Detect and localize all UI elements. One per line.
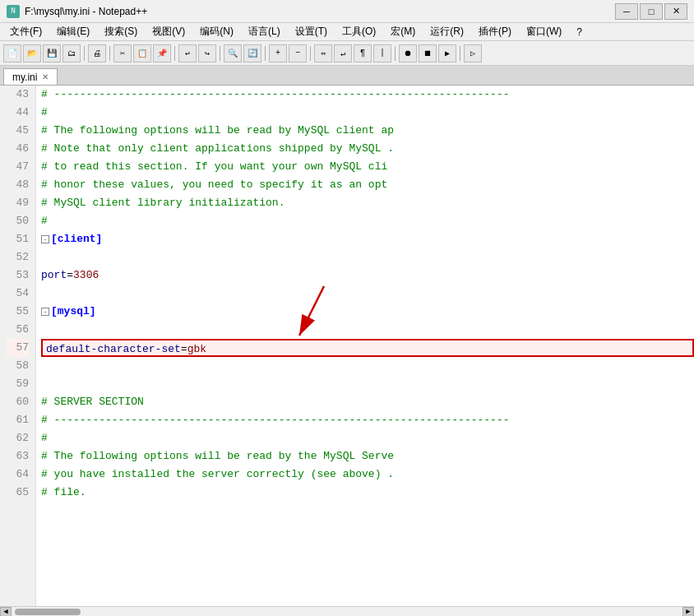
menu-tools[interactable]: 工具(O): [335, 23, 382, 40]
maximize-button[interactable]: □: [640, 3, 663, 20]
toolbar-separator-4: [220, 46, 220, 61]
menu-edit[interactable]: 编辑(E): [50, 23, 96, 40]
code-line-55[interactable]: -[mysql]: [41, 303, 694, 321]
tab-close-button[interactable]: ✕: [42, 72, 49, 81]
line-number-65: 65: [7, 484, 29, 502]
app-icon: N: [7, 5, 20, 18]
scroll-right-button[interactable]: ▶: [682, 607, 694, 617]
code-line-63[interactable]: # The following options will be read by …: [41, 447, 694, 465]
toolbar-separator-5: [265, 46, 266, 61]
toolbar-separator-3: [174, 46, 175, 61]
open-button[interactable]: 📂: [23, 44, 41, 63]
window-controls: ─ □ ✕: [615, 3, 687, 20]
line-number-49: 49: [7, 194, 29, 212]
save-all-button[interactable]: 🗂: [62, 44, 81, 63]
line-number-61: 61: [7, 411, 29, 429]
run-button[interactable]: ▷: [464, 44, 482, 63]
code-line-61[interactable]: # --------------------------------------…: [41, 411, 694, 429]
save-button[interactable]: 💾: [43, 44, 61, 63]
macro-play-button[interactable]: ▶: [438, 44, 456, 63]
line-number-62: 62: [7, 429, 29, 447]
editor[interactable]: 4344454647484950515253545556575859606162…: [0, 86, 694, 616]
tab-bar: my.ini ✕: [0, 66, 694, 86]
menu-file[interactable]: 文件(F): [3, 23, 49, 40]
zoom-out-button[interactable]: −: [289, 44, 307, 63]
replace-button[interactable]: 🔄: [243, 44, 261, 63]
lines-container: 4344454647484950515253545556575859606162…: [0, 86, 694, 606]
menu-view[interactable]: 视图(V): [146, 23, 192, 40]
menu-help[interactable]: ?: [570, 25, 589, 39]
line-number-46: 46: [7, 140, 29, 158]
code-line-50[interactable]: #: [41, 212, 694, 230]
minimize-button[interactable]: ─: [615, 3, 638, 20]
fold-marker[interactable]: -: [41, 308, 49, 316]
scroll-thumb[interactable]: [15, 609, 81, 615]
tab-label: my.ini: [12, 72, 37, 83]
code-line-62[interactable]: #: [41, 429, 694, 447]
code-area[interactable]: # --------------------------------------…: [36, 86, 694, 606]
redo-button[interactable]: ↪: [198, 44, 216, 63]
toolbar-separator-6: [310, 46, 311, 61]
copy-button[interactable]: 📋: [133, 44, 151, 63]
fold-marker[interactable]: -: [41, 235, 49, 243]
macro-stop-button[interactable]: ⏹: [419, 44, 437, 63]
line-number-52: 52: [7, 248, 29, 266]
code-line-46[interactable]: # Note that only client applications shi…: [41, 140, 694, 158]
horizontal-scrollbar[interactable]: ◀ ▶: [0, 606, 694, 616]
code-line-59[interactable]: [41, 375, 694, 393]
macro-rec-button[interactable]: ⏺: [399, 44, 417, 63]
line-number-53: 53: [7, 266, 29, 285]
code-line-49[interactable]: # MySQL client library initialization.: [41, 194, 694, 212]
word-wrap-button[interactable]: ↵: [334, 44, 352, 63]
code-line-54[interactable]: [41, 285, 694, 303]
line-number-63: 63: [7, 447, 29, 465]
code-line-51[interactable]: -[client]: [41, 230, 694, 248]
line-number-56: 56: [7, 321, 29, 339]
menu-macro[interactable]: 宏(M): [384, 23, 422, 40]
cut-button[interactable]: ✂: [113, 44, 132, 63]
print-button[interactable]: 🖨: [88, 44, 106, 63]
menu-search[interactable]: 搜索(S): [98, 23, 144, 40]
tab-myini[interactable]: my.ini ✕: [3, 68, 58, 85]
menu-settings[interactable]: 设置(T): [289, 23, 334, 40]
sync-scroll-button[interactable]: ⇔: [314, 44, 332, 63]
code-line-48[interactable]: # honor these values, you need to specif…: [41, 176, 694, 194]
code-line-56[interactable]: [41, 321, 694, 339]
line-number-48: 48: [7, 176, 29, 194]
whitespace-button[interactable]: ¶: [354, 44, 372, 63]
code-line-44[interactable]: #: [41, 104, 694, 122]
code-line-57[interactable]: default-character-set=gbk: [41, 339, 694, 357]
title-bar: N F:\mysql\my.ini - Notepad++ ─ □ ✕: [0, 0, 694, 23]
menu-run[interactable]: 运行(R): [423, 23, 470, 40]
menu-language[interactable]: 语言(L): [242, 23, 287, 40]
find-button[interactable]: 🔍: [224, 44, 242, 63]
undo-button[interactable]: ↩: [178, 44, 197, 63]
menu-encoding[interactable]: 编码(N): [193, 23, 240, 40]
code-line-52[interactable]: [41, 248, 694, 266]
code-line-64[interactable]: # you have installed the server correctl…: [41, 465, 694, 484]
code-line-60[interactable]: # SERVER SECTION: [41, 393, 694, 411]
menu-plugins[interactable]: 插件(P): [472, 23, 518, 40]
close-button[interactable]: ✕: [664, 3, 687, 20]
code-line-43[interactable]: # --------------------------------------…: [41, 86, 694, 104]
line-number-44: 44: [7, 104, 29, 122]
zoom-in-button[interactable]: +: [269, 44, 287, 63]
code-line-47[interactable]: # to read this section. If you want your…: [41, 158, 694, 176]
toolbar-separator-2: [109, 46, 110, 61]
scroll-left-button[interactable]: ◀: [0, 607, 12, 617]
toolbar-separator-1: [84, 46, 85, 61]
code-line-65[interactable]: # file.: [41, 484, 694, 502]
code-line-45[interactable]: # The following options will be read by …: [41, 122, 694, 140]
line-number-43: 43: [7, 86, 29, 104]
new-button[interactable]: 📄: [3, 44, 21, 63]
line-number-51: 51: [7, 230, 29, 248]
indent-guide-button[interactable]: |: [373, 44, 391, 63]
menu-window[interactable]: 窗口(W): [520, 23, 568, 40]
paste-button[interactable]: 📌: [153, 44, 171, 63]
line-number-55: 55: [7, 303, 29, 321]
code-line-58[interactable]: [41, 357, 694, 375]
menu-bar: 文件(F) 编辑(E) 搜索(S) 视图(V) 编码(N) 语言(L) 设置(T…: [0, 23, 694, 41]
toolbar-separator-7: [395, 46, 396, 61]
line-number-54: 54: [7, 285, 29, 303]
code-line-53[interactable]: port=3306: [41, 266, 694, 285]
